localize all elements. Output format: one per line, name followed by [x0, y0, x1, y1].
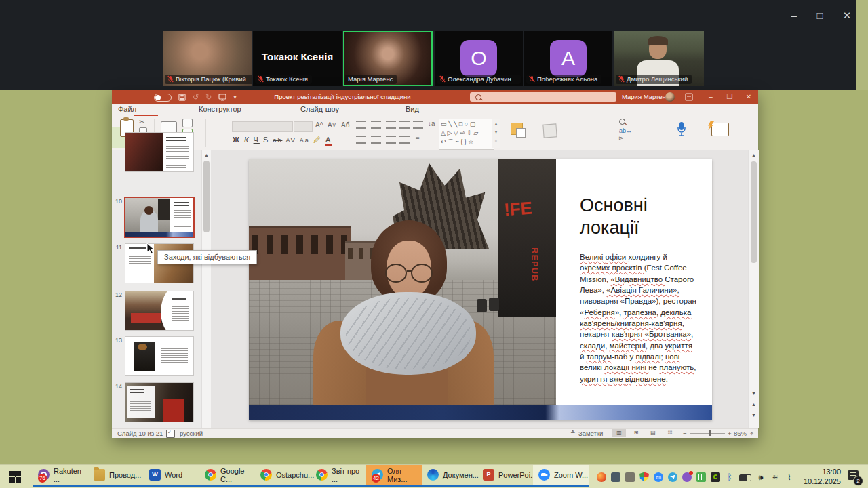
taskbar-button-telegram[interactable]: 42 Оля Миз... [366, 465, 422, 487]
participant-tile[interactable]: Вікторія Пацюк (Кривий ... [163, 30, 252, 86]
search-box[interactable] [470, 92, 616, 102]
app-tray-icon[interactable] [611, 472, 620, 482]
battery-tray-icon[interactable] [739, 474, 751, 481]
window-minimize-button[interactable]: – [703, 92, 718, 102]
zoom-in-button[interactable]: + [728, 430, 732, 437]
scrollbar-thumb[interactable] [751, 161, 757, 263]
tab-view[interactable]: Вид [406, 105, 419, 113]
save-icon[interactable] [178, 94, 186, 101]
tab-file[interactable]: Файл [118, 105, 136, 113]
taskbar-button-explorer[interactable]: Провод... [88, 465, 144, 487]
taskbar-button-powerpoint[interactable]: P PowerPoi... [477, 465, 533, 487]
dictate-button[interactable] [676, 121, 687, 139]
shapes-scroll[interactable]: ▴▾≡ [492, 119, 500, 148]
decrease-indent-icon[interactable] [386, 121, 396, 129]
tab-design[interactable]: Конструктор [199, 105, 241, 113]
nvidia-tray-icon[interactable] [711, 472, 720, 482]
keyboard-tray-icon[interactable] [696, 472, 706, 482]
scroll-down-icon[interactable]: ▼ [749, 389, 759, 399]
reading-view-button[interactable]: ▤ [646, 429, 660, 437]
taskbar-button-chrome-2[interactable]: Ostapchu... [255, 465, 311, 487]
participant-tile[interactable]: O Олександра Дубачин... [435, 30, 523, 86]
slide-canvas[interactable]: !FE REPUB [249, 159, 712, 420]
zoom-level[interactable]: 86% [734, 430, 747, 437]
ribbon-display-options-icon[interactable] [685, 93, 693, 101]
change-case-button[interactable]: Aa [300, 137, 310, 144]
shapes-gallery[interactable]: ▭ ╲ ╲ □ ○ ▢ △ ▷ ▽ ⇨ ⇩ ▱ ↩ ⌒ ~ { } ☆ [439, 119, 494, 150]
replace-icon[interactable]: ab↔ [619, 127, 632, 134]
qat-dropdown-icon[interactable]: ▾ [233, 94, 236, 100]
taskbar-button-chrome-1[interactable]: Google C... [199, 465, 255, 487]
notes-icon[interactable]: ≙ [570, 430, 576, 436]
firefox-tray-icon[interactable] [597, 472, 606, 482]
align-right-icon[interactable] [386, 136, 396, 144]
bold-button[interactable]: Ж [233, 136, 241, 144]
zoom-minimize-button[interactable]: – [787, 8, 802, 23]
font-name-select[interactable] [232, 121, 293, 132]
normal-view-button[interactable]: ▥ [612, 429, 626, 437]
undo-icon[interactable]: ↺ [193, 93, 199, 102]
previous-slide-button[interactable]: ▲ [749, 400, 759, 409]
zoom-slider[interactable] [690, 433, 725, 434]
participant-tile-active-speaker[interactable]: Марія Мартенс [343, 30, 433, 86]
next-slide-button[interactable]: ▼ [749, 411, 759, 420]
align-center-icon[interactable] [371, 136, 381, 144]
start-button[interactable] [9, 471, 21, 483]
viber-tray-icon[interactable] [682, 472, 692, 482]
scroll-up-icon[interactable]: ▲ [749, 150, 759, 159]
char-spacing-button[interactable]: AV [285, 137, 296, 144]
underline-button[interactable]: Ч [254, 136, 260, 144]
bluetooth-tray-icon[interactable]: ᛒ [725, 472, 734, 482]
cut-icon[interactable]: ✂ [139, 118, 144, 125]
autosave-toggle[interactable] [154, 94, 172, 102]
sort-icon[interactable]: ↓а [428, 120, 435, 127]
redo-icon[interactable]: ↻ [205, 93, 212, 102]
bullets-icon[interactable] [356, 121, 366, 129]
designer-button[interactable] [711, 123, 729, 136]
defender-tray-icon[interactable] [639, 472, 649, 482]
zoom-maximize-button[interactable]: □ [812, 8, 827, 23]
zoom-out-button[interactable]: − [683, 430, 687, 437]
select-cursor-icon[interactable]: ▻ [619, 134, 632, 141]
italic-button[interactable]: К [244, 136, 250, 144]
thumbnail-scrollbar[interactable]: ▲ [201, 150, 211, 428]
thumbnail-slide-12[interactable] [125, 291, 193, 330]
notes-button[interactable]: Заметки [578, 430, 603, 437]
participant-tile[interactable]: Токаюк Ксенія Токаюк Ксенія [253, 30, 342, 86]
font-color-button[interactable]: А [326, 136, 332, 146]
increase-indent-icon[interactable] [399, 121, 410, 129]
participant-tile[interactable]: Дмитро Лещинський [614, 30, 704, 86]
thumbnail-slide-9[interactable] [125, 133, 193, 171]
taskbar-button-word[interactable]: W Word [144, 465, 199, 487]
justify-icon[interactable] [399, 136, 410, 144]
tab-slideshow[interactable]: Слайд-шоу [300, 105, 339, 113]
thumbnail-slide-14[interactable] [125, 383, 193, 422]
grow-font-icon[interactable]: А^ [315, 121, 323, 129]
slide-body-text[interactable]: Великі офіси холдингу й окремих проєктів… [580, 251, 698, 384]
thumbnail-slide-13[interactable] [125, 337, 193, 375]
quick-styles-button[interactable] [542, 123, 557, 138]
zoom-slider-thumb[interactable] [709, 430, 711, 436]
line-spacing-icon[interactable] [413, 121, 423, 129]
columns-icon[interactable]: ≡ [416, 135, 420, 142]
fit-to-window-icon[interactable]: ⌖ [750, 430, 753, 438]
scroll-up-icon[interactable]: ▲ [202, 150, 211, 159]
taskbar-clock[interactable]: 13:00 10.12.2025 [787, 467, 841, 486]
language-indicator[interactable]: русский [180, 430, 203, 437]
slide-title[interactable]: Основні локації [580, 195, 702, 239]
align-left-icon[interactable] [356, 136, 366, 144]
clear-format-icon[interactable]: Аб [341, 121, 349, 129]
participant-tile[interactable]: A Побережняк Альона [524, 30, 612, 86]
font-size-select[interactable] [294, 121, 313, 132]
window-restore-button[interactable]: ❐ [722, 92, 737, 102]
wifi-tray-icon[interactable]: ≋ [770, 472, 780, 482]
volume-tray-icon[interactable]: 🕪 [756, 472, 766, 482]
taskbar-button-rakuten-viber[interactable]: 76 Rakuten ... [33, 465, 88, 487]
zoom-close-button[interactable]: ✕ [840, 8, 854, 23]
find-icon[interactable] [619, 119, 625, 125]
scrollbar-thumb[interactable] [203, 161, 210, 232]
account-name[interactable]: Мария Мартенс [622, 93, 669, 100]
main-scrollbar[interactable]: ▲ ▼ ▲ ▼ [748, 150, 759, 428]
account-avatar[interactable] [665, 92, 675, 102]
taskbar-button-chrome-3[interactable]: Звіт про ... [311, 465, 366, 487]
